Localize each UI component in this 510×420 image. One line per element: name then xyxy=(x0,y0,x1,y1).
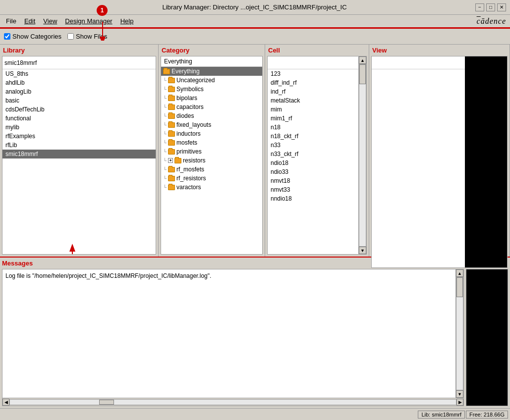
category-panel: Category Everything Everything └ Uncateg… xyxy=(159,45,265,257)
list-item[interactable]: nmvt33 xyxy=(268,185,366,194)
menu-view[interactable]: View xyxy=(39,16,61,26)
scroll-track[interactable] xyxy=(359,64,366,247)
list-item[interactable]: n33_ckt_rf xyxy=(268,150,366,158)
list-item[interactable]: ahdlLib xyxy=(2,78,156,87)
menu-help[interactable]: Help xyxy=(116,16,138,26)
folder-icon xyxy=(168,78,175,83)
folder-icon xyxy=(168,96,175,101)
category-item-inductors[interactable]: └ inductors xyxy=(161,129,262,138)
messages-right-black xyxy=(466,269,508,406)
library-search-box[interactable] xyxy=(2,56,156,69)
list-item[interactable]: ndio33 xyxy=(268,167,366,176)
list-item[interactable]: US_8ths xyxy=(2,69,156,78)
category-label: inductors xyxy=(176,130,201,137)
panels-area: Library US_8ths ahdlLib analogLib basic … xyxy=(0,45,510,258)
category-item-varactors[interactable]: └ varactors xyxy=(161,183,262,192)
cell-scrollbar[interactable]: ▲ ▼ xyxy=(358,56,366,254)
list-item[interactable]: mylib xyxy=(2,123,156,132)
list-item[interactable]: ind_rf xyxy=(268,87,366,96)
cadence-logo: cādence xyxy=(477,17,506,26)
status-free: Free: 218.66G xyxy=(466,411,508,419)
category-item-fixed-layouts[interactable]: └ fixed_layouts xyxy=(161,120,262,129)
category-item-symbolics[interactable]: └ Symbolics xyxy=(161,85,262,94)
list-item[interactable]: 123 xyxy=(268,69,366,78)
list-item[interactable]: nndio18 xyxy=(268,194,366,203)
scroll-track[interactable] xyxy=(456,277,463,390)
category-item-mosfets[interactable]: └ mosfets xyxy=(161,138,262,147)
category-item-rf-mosfets[interactable]: └ rf_mosfets xyxy=(161,165,262,174)
folder-icon xyxy=(168,122,175,128)
list-item[interactable]: basic xyxy=(2,96,156,105)
list-item[interactable]: nmvt18 xyxy=(268,176,366,185)
show-categories-checkbox[interactable] xyxy=(4,33,10,40)
category-list: Everything └ Uncategorized └ Symbolics xyxy=(161,67,262,254)
library-search-input[interactable] xyxy=(3,57,155,68)
menu-file[interactable]: File xyxy=(2,16,20,26)
category-label: primitives xyxy=(176,148,202,155)
list-item[interactable]: diff_ind_rf xyxy=(268,78,366,87)
view-panel-header: View xyxy=(369,45,510,56)
messages-scrollbar[interactable]: ▲ ▼ xyxy=(455,269,463,398)
scroll-thumb[interactable] xyxy=(456,277,463,297)
cell-panel-header: Cell xyxy=(265,45,369,56)
cell-panel: Cell 123 diff_ind_rf ind_rf metalStack m… xyxy=(265,45,369,257)
category-item-primitives[interactable]: └ primitives xyxy=(161,147,262,156)
hscroll-right-button[interactable]: ▶ xyxy=(456,399,463,406)
list-item[interactable]: cdsDefTechLib xyxy=(2,105,156,114)
messages-box: Log file is "/home/helen/project_IC_SIMC… xyxy=(2,269,464,406)
folder-icon xyxy=(168,140,175,146)
category-item-bipolars[interactable]: └ bipolars xyxy=(161,94,262,103)
list-item[interactable]: rfExamples xyxy=(2,132,156,141)
category-label: resistors xyxy=(183,157,205,164)
list-item[interactable]: n18 xyxy=(268,123,366,132)
category-label: bipolars xyxy=(176,95,197,102)
view-black-area xyxy=(465,56,507,267)
folder-icon xyxy=(168,149,175,155)
menu-edit[interactable]: Edit xyxy=(20,16,39,26)
maximize-button[interactable]: □ xyxy=(486,3,495,11)
list-item[interactable]: functional xyxy=(2,114,156,123)
list-item[interactable]: ndio18 xyxy=(268,158,366,167)
messages-hscrollbar[interactable]: ◀ ▶ xyxy=(2,398,463,406)
hscroll-thumb[interactable] xyxy=(99,400,114,405)
toolbar: 1 Show Categories Show Files xyxy=(0,29,510,45)
list-item[interactable]: n33 xyxy=(268,141,366,150)
list-item-smic18mmrf[interactable]: smic18mmrf xyxy=(2,150,156,158)
category-label: capacitors xyxy=(176,104,204,110)
scroll-thumb[interactable] xyxy=(359,64,366,84)
category-label: varactors xyxy=(176,184,201,191)
hscroll-track[interactable] xyxy=(9,399,456,405)
category-item-everything[interactable]: Everything xyxy=(161,67,262,76)
list-item[interactable]: mim xyxy=(268,105,366,114)
title-bar-controls: − □ ✕ xyxy=(475,3,506,11)
cell-list-items: 123 diff_ind_rf ind_rf metalStack mim mi… xyxy=(268,69,366,254)
show-categories-checkbox-label[interactable]: Show Categories xyxy=(4,33,61,40)
list-item[interactable]: rfLib xyxy=(2,141,156,150)
expand-button[interactable]: + xyxy=(168,158,173,163)
cell-search-box[interactable] xyxy=(268,56,366,69)
scroll-up-button[interactable]: ▲ xyxy=(359,56,366,64)
scroll-down-button[interactable]: ▼ xyxy=(359,247,366,254)
menu-design-manager[interactable]: Design Manager xyxy=(61,16,116,26)
library-list: US_8ths ahdlLib analogLib basic cdsDefTe… xyxy=(2,69,156,254)
list-item[interactable]: analogLib xyxy=(2,87,156,96)
category-item-diodes[interactable]: └ diodes xyxy=(161,111,262,120)
scroll-up-button[interactable]: ▲ xyxy=(456,269,463,277)
list-item[interactable]: n18_ckt_rf xyxy=(268,132,366,141)
category-item-uncategorized[interactable]: └ Uncategorized xyxy=(161,76,262,85)
annotation-circle-1: 1 xyxy=(97,5,108,16)
category-item-rf-resistors[interactable]: └ rf_resistors xyxy=(161,174,262,183)
list-item[interactable]: mim1_rf xyxy=(268,114,366,123)
show-files-checkbox-label[interactable]: Show Files xyxy=(67,33,108,40)
library-panel: Library US_8ths ahdlLib analogLib basic … xyxy=(0,45,159,257)
category-item-capacitors[interactable]: └ capacitors xyxy=(161,103,262,111)
scroll-down-button[interactable]: ▼ xyxy=(456,390,463,398)
hscroll-left-button[interactable]: ◀ xyxy=(2,399,9,406)
close-button[interactable]: ✕ xyxy=(497,3,506,11)
category-panel-header: Category xyxy=(159,45,265,56)
list-item[interactable]: metalStack xyxy=(268,96,366,105)
cell-search-input[interactable] xyxy=(269,57,365,68)
show-files-checkbox[interactable] xyxy=(67,33,74,40)
minimize-button[interactable]: − xyxy=(475,3,484,11)
category-item-resistors[interactable]: └ + resistors xyxy=(161,156,262,165)
